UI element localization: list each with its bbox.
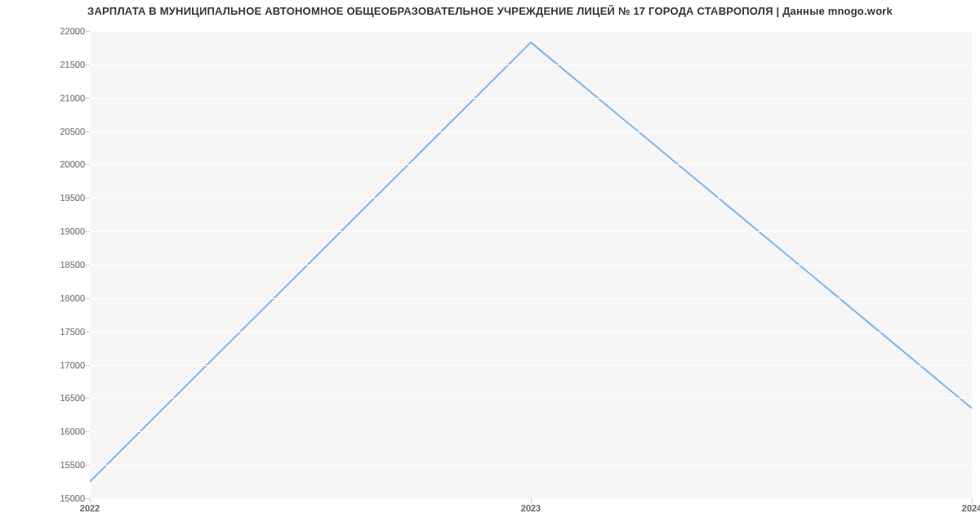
y-gridline [90, 365, 972, 366]
y-tick-mark [85, 164, 90, 165]
y-tick-mark [85, 265, 90, 266]
y-tick-label: 22000 [11, 26, 85, 36]
y-tick-mark [85, 465, 90, 466]
y-gridline [90, 298, 972, 299]
salary-line-chart: ЗАРПЛАТА В МУНИЦИПАЛЬНОЕ АВТОНОМНОЕ ОБЩЕ… [0, 0, 980, 531]
y-tick-mark [85, 398, 90, 399]
y-tick-label: 17000 [11, 360, 85, 370]
y-tick-label: 19500 [11, 193, 85, 203]
y-tick-mark [85, 132, 90, 132]
y-gridline [90, 164, 972, 165]
y-tick-mark [85, 98, 90, 99]
plot-area [90, 31, 972, 499]
y-tick-mark [85, 365, 90, 366]
y-tick-mark [85, 231, 90, 232]
series-line [90, 42, 972, 482]
y-tick-label: 21500 [11, 60, 85, 69]
x-tick-label: 2022 [80, 503, 100, 513]
y-tick-label: 18500 [11, 260, 85, 270]
y-gridline [90, 231, 972, 232]
y-gridline [90, 465, 972, 466]
y-gridline [90, 65, 972, 65]
chart-title: ЗАРПЛАТА В МУНИЦИПАЛЬНОЕ АВТОНОМНОЕ ОБЩЕ… [0, 0, 980, 17]
y-gridline [90, 31, 972, 32]
y-gridline [90, 198, 972, 199]
x-tick-label: 2023 [521, 503, 541, 513]
y-gridline [90, 398, 972, 399]
y-tick-label: 18000 [11, 293, 85, 303]
y-gridline [90, 98, 972, 99]
y-tick-mark [85, 198, 90, 199]
y-tick-label: 20500 [11, 127, 85, 136]
y-tick-mark [85, 65, 90, 65]
y-tick-mark [85, 31, 90, 32]
y-tick-label: 15500 [11, 460, 85, 470]
y-tick-label: 21000 [11, 93, 85, 103]
y-tick-label: 19000 [11, 226, 85, 236]
y-tick-mark [85, 332, 90, 332]
y-gridline [90, 265, 972, 266]
y-tick-label: 16500 [11, 393, 85, 403]
y-tick-mark [85, 431, 90, 432]
x-tick-label: 2024 [962, 503, 980, 513]
y-tick-label: 17500 [11, 327, 85, 337]
y-gridline [90, 332, 972, 332]
y-tick-mark [85, 298, 90, 299]
y-gridline [90, 431, 972, 432]
y-gridline [90, 132, 972, 132]
y-tick-label: 20000 [11, 159, 85, 169]
y-tick-label: 15000 [11, 493, 85, 503]
y-tick-label: 16000 [11, 426, 85, 436]
